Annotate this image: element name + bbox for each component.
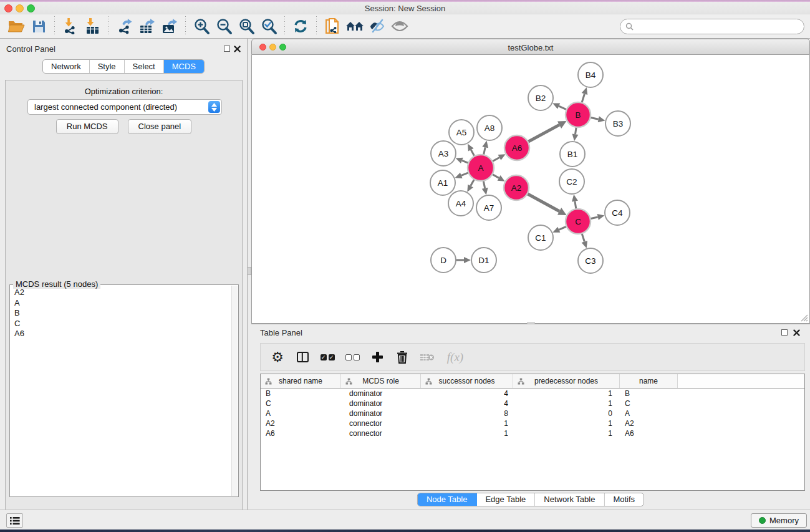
column-header-name[interactable]: name bbox=[620, 374, 678, 388]
table-cell[interactable]: A6 bbox=[620, 428, 678, 438]
table-cell[interactable]: 1 bbox=[421, 428, 513, 438]
zoom-out-button[interactable] bbox=[213, 16, 235, 37]
resize-grip-icon[interactable] bbox=[800, 314, 808, 322]
table-cell[interactable]: 1 bbox=[513, 428, 620, 438]
tab-edge-table[interactable]: Edge Table bbox=[476, 493, 535, 506]
table-cell[interactable]: dominator bbox=[341, 389, 421, 399]
graph-node-C[interactable]: C bbox=[566, 209, 591, 234]
save-session-button[interactable] bbox=[27, 16, 50, 37]
tab-network[interactable]: Network bbox=[43, 60, 90, 73]
graph-node-A2[interactable]: A2 bbox=[504, 175, 529, 200]
table-cell[interactable]: A2 bbox=[620, 418, 678, 428]
vertical-splitter-handle[interactable] bbox=[247, 267, 251, 275]
task-history-button[interactable] bbox=[6, 513, 23, 528]
tab-node-table[interactable]: Node Table bbox=[418, 493, 477, 506]
table-row[interactable]: Bdominator41B bbox=[261, 389, 804, 399]
table-cell[interactable]: 0 bbox=[513, 409, 620, 418]
export-image-button[interactable] bbox=[158, 16, 181, 37]
search-input[interactable] bbox=[636, 21, 804, 32]
table-close-panel-icon[interactable] bbox=[793, 329, 800, 336]
add-column-button[interactable] bbox=[370, 350, 385, 365]
table-settings-button[interactable]: ⚙ bbox=[270, 350, 285, 365]
column-header-mcds-role[interactable]: MCDS role bbox=[341, 374, 421, 388]
table-cell[interactable]: connector bbox=[341, 428, 421, 438]
table-cell[interactable]: dominator bbox=[341, 399, 421, 409]
import-network-button[interactable] bbox=[59, 16, 82, 37]
table-row[interactable]: Adominator80A bbox=[261, 409, 804, 418]
table-cell[interactable]: A bbox=[620, 409, 678, 418]
graph-node-C1[interactable]: C1 bbox=[528, 225, 553, 250]
column-header-predecessor-nodes[interactable]: predecessor nodes bbox=[513, 374, 620, 388]
select-all-button[interactable]: ✓✓ bbox=[320, 350, 335, 365]
tab-network-table[interactable]: Network Table bbox=[535, 493, 604, 506]
table-cell[interactable]: A6 bbox=[261, 428, 341, 438]
table-row[interactable]: Cdominator41C bbox=[261, 399, 804, 409]
graph-node-A5[interactable]: A5 bbox=[449, 120, 474, 145]
birds-eye-view-button[interactable] bbox=[388, 16, 411, 37]
graph-node-B1[interactable]: B1 bbox=[560, 142, 585, 167]
delete-column-button[interactable] bbox=[395, 350, 410, 365]
graph-node-A3[interactable]: A3 bbox=[431, 141, 456, 166]
table-cell[interactable]: B bbox=[620, 389, 678, 399]
graph-node-B3[interactable]: B3 bbox=[605, 111, 630, 136]
home-layout-button[interactable] bbox=[344, 16, 366, 37]
graph-node-C2[interactable]: C2 bbox=[559, 169, 584, 194]
tab-style[interactable]: Style bbox=[90, 60, 125, 73]
clone-network-button[interactable] bbox=[321, 16, 344, 37]
mcds-result-item[interactable]: C bbox=[11, 319, 231, 329]
table-cell[interactable]: 8 bbox=[421, 409, 513, 418]
table-cell[interactable]: C bbox=[261, 399, 341, 409]
deselect-all-button[interactable] bbox=[345, 350, 360, 365]
graph-node-D1[interactable]: D1 bbox=[471, 248, 496, 273]
table-cell[interactable]: A bbox=[261, 409, 341, 418]
graph-node-B[interactable]: B bbox=[566, 102, 591, 127]
close-panel-icon[interactable] bbox=[234, 46, 241, 52]
tab-mcds[interactable]: MCDS bbox=[164, 60, 204, 73]
graph-node-A1[interactable]: A1 bbox=[430, 170, 455, 195]
close-panel-button[interactable]: Close panel bbox=[128, 119, 192, 134]
graph-node-A8[interactable]: A8 bbox=[477, 115, 502, 140]
graph-node-A4[interactable]: A4 bbox=[448, 191, 473, 216]
graph-node-A7[interactable]: A7 bbox=[476, 195, 501, 220]
table-row[interactable]: A6connector11A6 bbox=[261, 428, 804, 438]
open-session-button[interactable] bbox=[5, 16, 27, 37]
mcds-result-item[interactable]: A6 bbox=[11, 329, 231, 339]
table-cell[interactable]: 1 bbox=[421, 418, 513, 428]
export-network-button[interactable] bbox=[113, 16, 136, 37]
table-cell[interactable]: 1 bbox=[513, 399, 620, 409]
zoom-in-button[interactable] bbox=[190, 16, 213, 37]
mcds-result-item[interactable]: A bbox=[11, 298, 231, 309]
import-table-button[interactable] bbox=[82, 16, 104, 37]
graph-node-A[interactable]: A bbox=[468, 155, 494, 181]
table-cell[interactable]: 4 bbox=[421, 399, 513, 409]
graph-node-C3[interactable]: C3 bbox=[578, 248, 603, 273]
table-cell[interactable]: dominator bbox=[341, 409, 421, 418]
table-cell[interactable]: 1 bbox=[513, 389, 620, 399]
graph-node-B4[interactable]: B4 bbox=[578, 62, 603, 87]
show-columns-button[interactable] bbox=[295, 350, 310, 365]
column-header-shared-name[interactable]: shared name bbox=[261, 374, 341, 388]
network-window-titlebar[interactable]: testGlobe.txt bbox=[251, 39, 810, 55]
result-scrollbar[interactable] bbox=[231, 286, 238, 496]
graph-node-B2[interactable]: B2 bbox=[528, 85, 553, 110]
refresh-button[interactable] bbox=[289, 16, 312, 37]
table-cell[interactable]: C bbox=[620, 399, 678, 409]
mcds-result-item[interactable]: A2 bbox=[11, 288, 231, 298]
graph-node-D[interactable]: D bbox=[431, 248, 456, 273]
graph-node-A6[interactable]: A6 bbox=[504, 135, 529, 160]
table-cell[interactable]: 1 bbox=[513, 418, 620, 428]
export-table-button[interactable] bbox=[136, 16, 158, 37]
zoom-fit-button[interactable] bbox=[235, 16, 258, 37]
zoom-selected-button[interactable] bbox=[258, 16, 280, 37]
table-row[interactable]: A2connector11A2 bbox=[261, 418, 804, 428]
table-cell[interactable]: B bbox=[261, 389, 341, 399]
run-mcds-button[interactable]: Run MCDS bbox=[56, 119, 118, 134]
table-cell[interactable]: 4 bbox=[421, 389, 513, 399]
criterion-dropdown[interactable]: largest connected component (directed) bbox=[27, 99, 222, 115]
table-float-panel-icon[interactable] bbox=[781, 329, 788, 336]
tab-select[interactable]: Select bbox=[125, 60, 164, 73]
float-panel-icon[interactable] bbox=[224, 46, 230, 52]
table-cell[interactable]: connector bbox=[341, 418, 421, 428]
mcds-result-item[interactable]: B bbox=[11, 308, 231, 319]
table-cell[interactable]: A2 bbox=[261, 418, 341, 428]
